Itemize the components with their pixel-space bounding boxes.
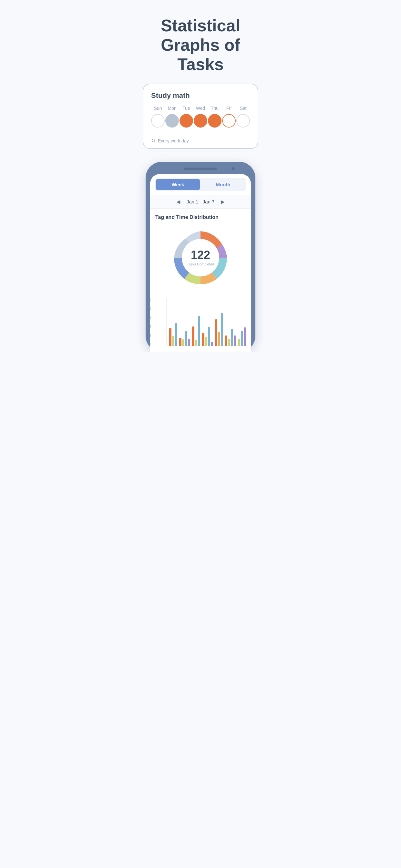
page-wrapper: Statistical Graphs of Tasks Study math S… <box>134 0 267 352</box>
bar-seg <box>182 339 184 346</box>
next-arrow[interactable]: ▶ <box>221 199 224 205</box>
y-label-12: 12 <box>150 334 151 337</box>
bar-seg <box>238 339 240 346</box>
phone-camera <box>232 167 235 170</box>
day-tue: Tue <box>180 105 193 128</box>
day-circle-tue <box>180 114 193 128</box>
y-label-18: 18 <box>150 307 151 310</box>
bar-seg <box>179 338 181 346</box>
day-circle-thu <box>208 114 221 128</box>
bar-seg <box>188 339 190 346</box>
bar-seg <box>205 337 207 346</box>
repeat-row: ↻ Every work day <box>151 133 250 148</box>
tab-month[interactable]: Month <box>201 179 245 190</box>
task-card: Study math Sun Mon Tue Wed <box>143 84 258 149</box>
y-label-20: 20 <box>150 298 151 301</box>
day-circle-fri <box>222 114 236 128</box>
day-circle-sun <box>151 114 165 128</box>
day-label-fri: Fri <box>226 105 232 111</box>
donut-center: 122 Tasks Completed <box>187 249 214 266</box>
bar-seg <box>198 316 200 346</box>
repeat-icon: ↻ <box>151 137 155 144</box>
phone-notch-area <box>150 167 251 170</box>
day-label-sat: Sat <box>240 105 246 111</box>
tabs-row: Week Month <box>155 178 246 191</box>
bar-seg <box>228 339 230 346</box>
day-sun: Sun <box>151 105 165 128</box>
phone-notch <box>184 167 217 170</box>
day-label-sun: Sun <box>154 105 162 111</box>
bar-seg <box>202 333 204 346</box>
bar-group-3 <box>192 316 200 346</box>
repeat-text: Every work day <box>158 138 189 144</box>
day-circle-mon <box>165 114 179 128</box>
date-range: Jan 1 - Jan 7 <box>187 199 215 205</box>
day-label-mon: Mon <box>167 105 176 111</box>
bar-seg <box>215 319 217 346</box>
bar-group-6 <box>225 329 236 346</box>
bar-seg <box>218 332 220 346</box>
bar-seg <box>169 328 172 346</box>
phone-mockup: Week Month ◀ Jan 1 - Jan 7 ▶ Tag and Tim… <box>146 162 255 352</box>
y-label-16: 16 <box>150 316 151 319</box>
day-label-wed: Wed <box>196 105 205 111</box>
bar-group-1 <box>169 323 177 346</box>
y-label-14: 14 <box>150 325 151 329</box>
day-thu: Thu <box>208 105 221 128</box>
bar-seg <box>241 331 243 346</box>
bar-seg <box>231 329 233 346</box>
y-axis: 20 18 16 14 12 10 <box>150 298 151 346</box>
prev-arrow[interactable]: ◀ <box>177 199 180 205</box>
y-label-10: 10 <box>150 343 151 346</box>
phone-wrapper: Week Month ◀ Jan 1 - Jan 7 ▶ Tag and Tim… <box>134 159 267 352</box>
day-circle-wed <box>194 114 207 128</box>
day-mon: Mon <box>165 105 179 128</box>
section-title: Tag and Time Distribution <box>155 214 246 220</box>
bar-seg <box>175 323 177 346</box>
page-title: Statistical Graphs of Tasks <box>143 16 258 74</box>
bar-group-2 <box>179 331 190 346</box>
bar-seg <box>208 327 210 346</box>
bar-seg <box>192 327 194 346</box>
content-area: Tag and Time Distribution <box>150 209 251 352</box>
date-nav: ◀ Jan 1 - Jan 7 ▶ <box>150 195 251 209</box>
day-label-tue: Tue <box>182 105 190 111</box>
bar-chart-inner <box>166 298 244 346</box>
bar-group-4 <box>202 327 213 346</box>
tab-week[interactable]: Week <box>156 179 200 190</box>
tabs-container: Week Month <box>150 174 251 195</box>
donut-chart: 122 Tasks Completed <box>168 225 233 290</box>
day-fri: Fri <box>222 105 236 128</box>
bar-seg <box>211 342 213 346</box>
bar-seg <box>195 340 197 346</box>
bar-seg <box>225 336 227 346</box>
bar-group-5 <box>215 313 223 346</box>
bar-seg <box>172 336 174 346</box>
bar-seg <box>234 336 236 346</box>
bar-seg <box>221 313 223 346</box>
bar-chart: 20 18 16 14 12 10 <box>155 298 246 346</box>
task-card-title: Study math <box>151 91 250 100</box>
donut-wrapper: 122 Tasks Completed <box>155 225 246 290</box>
header: Statistical Graphs of Tasks <box>134 0 267 81</box>
donut-label: Tasks Completed <box>187 262 214 266</box>
bar-group-7 <box>238 328 246 346</box>
phone-screen: Week Month ◀ Jan 1 - Jan 7 ▶ Tag and Tim… <box>150 174 251 352</box>
bar-seg <box>244 328 246 346</box>
day-sat: Sat <box>236 105 250 128</box>
days-row: Sun Mon Tue Wed Thu <box>151 105 250 128</box>
day-label-thu: Thu <box>211 105 219 111</box>
donut-count: 122 <box>187 249 214 261</box>
bar-seg <box>185 331 187 346</box>
day-circle-sat <box>236 114 250 128</box>
day-wed: Wed <box>194 105 207 128</box>
